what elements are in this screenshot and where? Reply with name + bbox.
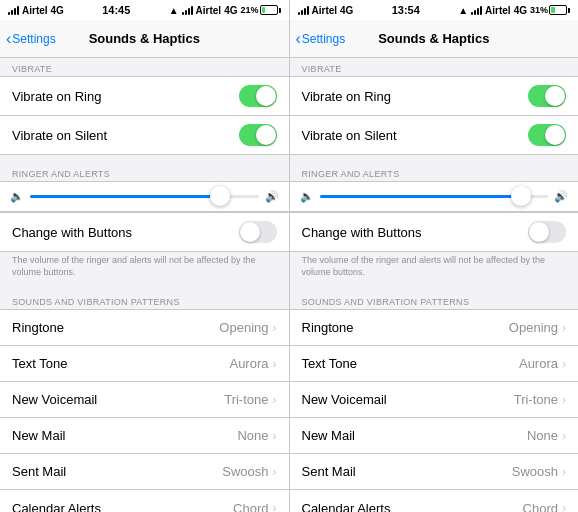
wifi-icon: ▲ — [458, 5, 468, 16]
nav-bar: ‹ Settings Sounds & Haptics — [290, 20, 579, 58]
sounds-item-5[interactable]: Calendar Alerts Chord › — [290, 490, 579, 512]
panel-left: Airtel 4G 14:45 ▲ Airtel 4G 21% — [0, 0, 290, 512]
change-with-buttons-toggle[interactable] — [239, 221, 277, 243]
sounds-item-value-2: Tri-tone — [224, 392, 268, 407]
sounds-item-label-2: New Voicemail — [12, 392, 97, 407]
battery-tip-icon — [568, 8, 570, 13]
carrier-label: Airtel — [312, 5, 338, 16]
vibrate-section-header: Vibrate — [0, 58, 289, 76]
sounds-item-label-5: Calendar Alerts — [12, 501, 101, 512]
wifi-icon: ▲ — [169, 5, 179, 16]
sounds-item-4[interactable]: Sent Mail Swoosh › — [290, 454, 579, 490]
page-title: Sounds & Haptics — [89, 31, 200, 46]
slider-fill — [320, 195, 526, 198]
vibrate-item-label-1: Vibrate on Silent — [12, 128, 107, 143]
signal-bar-1 — [8, 12, 10, 15]
status-left: Airtel 4G — [298, 5, 354, 16]
chevron-icon-5: › — [273, 501, 277, 512]
sounds-item-label-3: New Mail — [12, 428, 65, 443]
volume-high-icon: 🔊 — [265, 190, 279, 203]
ringer-alerts-header: Ringer and Alerts — [290, 163, 579, 181]
vibrate-toggle-0[interactable] — [528, 85, 566, 107]
signal-bars-icon — [8, 5, 19, 15]
network-label: 4G — [340, 5, 353, 16]
signal-bar-3 — [14, 8, 16, 15]
vibrate-list: Vibrate on Ring Vibrate on Silent — [0, 76, 289, 155]
battery-fill — [551, 7, 555, 13]
sounds-patterns-header: Sounds and Vibration Patterns — [290, 291, 579, 309]
ringer-alerts-header: Ringer and Alerts — [0, 163, 289, 181]
chevron-icon-0: › — [273, 321, 277, 335]
toggle-knob-1 — [256, 125, 276, 145]
vibrate-toggle-1[interactable] — [239, 124, 277, 146]
sounds-item-right-1: Aurora › — [519, 356, 566, 371]
signal-bar-4 — [307, 6, 309, 15]
vibrate-item-0: Vibrate on Ring — [290, 77, 579, 116]
carrier-label: Airtel — [22, 5, 48, 16]
sounds-item-value-3: None — [237, 428, 268, 443]
volume-low-icon: 🔈 — [300, 190, 314, 203]
vibrate-toggle-1[interactable] — [528, 124, 566, 146]
slider-row: 🔈 🔊 — [300, 190, 569, 203]
volume-slider-track[interactable] — [320, 195, 549, 198]
sounds-item-0[interactable]: Ringtone Opening › — [0, 310, 289, 346]
change-with-buttons-label: Change with Buttons — [302, 225, 422, 240]
sounds-item-3[interactable]: New Mail None › — [0, 418, 289, 454]
change-with-buttons-knob — [529, 222, 549, 242]
sounds-item-value-2: Tri-tone — [514, 392, 558, 407]
sounds-item-right-2: Tri-tone › — [514, 392, 566, 407]
signal-bars-2-icon — [471, 5, 482, 15]
status-right: ▲ Airtel 4G 31% — [458, 5, 570, 16]
nav-bar: ‹ Settings Sounds & Haptics — [0, 20, 289, 58]
chevron-icon-1: › — [273, 357, 277, 371]
slider-thumb[interactable] — [511, 186, 531, 206]
sounds-item-right-5: Chord › — [233, 501, 276, 512]
sounds-item-label-4: Sent Mail — [12, 464, 66, 479]
back-button[interactable]: ‹ Settings — [6, 31, 56, 47]
volume-slider-track[interactable] — [30, 195, 259, 198]
change-with-buttons-toggle[interactable] — [528, 221, 566, 243]
back-button[interactable]: ‹ Settings — [296, 31, 346, 47]
battery-tip-icon — [279, 8, 281, 13]
sounds-item-2[interactable]: New Voicemail Tri-tone › — [0, 382, 289, 418]
sounds-item-2[interactable]: New Voicemail Tri-tone › — [290, 382, 579, 418]
sounds-item-1[interactable]: Text Tone Aurora › — [0, 346, 289, 382]
toggle-knob-0 — [545, 86, 565, 106]
ringer-note: The volume of the ringer and alerts will… — [290, 252, 579, 283]
sounds-item-5[interactable]: Calendar Alerts Chord › — [0, 490, 289, 512]
sounds-item-label-0: Ringtone — [12, 320, 64, 335]
sounds-item-1[interactable]: Text Tone Aurora › — [290, 346, 579, 382]
sounds-item-right-3: None › — [527, 428, 566, 443]
sounds-item-value-5: Chord — [523, 501, 558, 512]
sounds-item-label-1: Text Tone — [302, 356, 357, 371]
change-with-buttons-label: Change with Buttons — [12, 225, 132, 240]
slider-thumb[interactable] — [210, 186, 230, 206]
chevron-icon-1: › — [562, 357, 566, 371]
network-2-label: 4G — [514, 5, 527, 16]
sounds-item-label-5: Calendar Alerts — [302, 501, 391, 512]
battery-indicator: 21% — [240, 5, 280, 15]
vibrate-list: Vibrate on Ring Vibrate on Silent — [290, 76, 579, 155]
content-area: Vibrate Vibrate on Ring Vibrate on Silen… — [0, 58, 289, 512]
sounds-patterns-list: Ringtone Opening › Text Tone Aurora › Ne… — [290, 309, 579, 512]
carrier-2-label: Airtel — [196, 5, 222, 16]
change-with-buttons-group: Change with Buttons — [0, 212, 289, 252]
sounds-item-right-1: Aurora › — [229, 356, 276, 371]
vibrate-item-label-0: Vibrate on Ring — [12, 89, 101, 104]
sounds-item-value-4: Swoosh — [222, 464, 268, 479]
battery-indicator: 31% — [530, 5, 570, 15]
network-2-label: 4G — [224, 5, 237, 16]
sounds-item-value-3: None — [527, 428, 558, 443]
sounds-item-3[interactable]: New Mail None › — [290, 418, 579, 454]
sounds-item-4[interactable]: Sent Mail Swoosh › — [0, 454, 289, 490]
change-with-buttons-item: Change with Buttons — [290, 213, 579, 251]
vibrate-toggle-0[interactable] — [239, 85, 277, 107]
chevron-icon-2: › — [562, 393, 566, 407]
sounds-item-label-0: Ringtone — [302, 320, 354, 335]
sounds-item-right-4: Swoosh › — [222, 464, 276, 479]
sounds-item-0[interactable]: Ringtone Opening › — [290, 310, 579, 346]
vibrate-section-header: Vibrate — [290, 58, 579, 76]
sounds-item-value-0: Opening — [219, 320, 268, 335]
sounds-item-right-4: Swoosh › — [512, 464, 566, 479]
network-label: 4G — [51, 5, 64, 16]
